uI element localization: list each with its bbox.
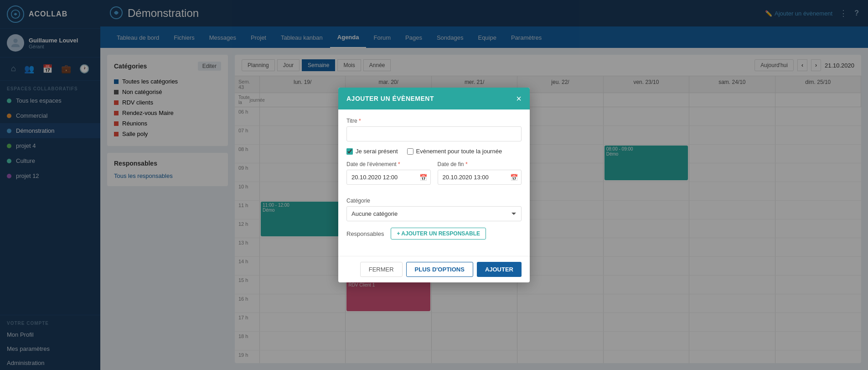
responsables-row: Responsables + AJOUTER UN RESPONSABLE bbox=[346, 228, 522, 240]
date-end-label: Date de fin * bbox=[438, 161, 522, 167]
modal-footer: FERMER PLUS D'OPTIONS AJOUTER bbox=[338, 256, 530, 282]
responsables-label: Responsables bbox=[346, 230, 384, 237]
modal-title: AJOUTER UN ÉVÈNEMENT bbox=[346, 95, 434, 102]
category-select[interactable]: Aucune catégorie bbox=[346, 206, 522, 221]
add-responsable-button[interactable]: + AJOUTER UN RESPONSABLE bbox=[391, 228, 486, 240]
date-end-input[interactable] bbox=[438, 170, 522, 185]
add-event-modal: AJOUTER UN ÉVÈNEMENT × Titre * Je serai … bbox=[338, 88, 530, 282]
title-input[interactable] bbox=[346, 126, 522, 141]
plus-options-button[interactable]: PLUS D'OPTIONS bbox=[406, 262, 473, 277]
date-start-input[interactable] bbox=[346, 170, 431, 185]
modal-header: AJOUTER UN ÉVÈNEMENT × bbox=[338, 88, 530, 109]
modal-body: Titre * Je serai présent Evènement pour … bbox=[338, 109, 530, 256]
date-end-group: Date de fin * 📅 bbox=[438, 161, 522, 185]
date-row: Date de l'évènement * 📅 Date de fin * bbox=[346, 161, 522, 191]
category-label: Catégorie bbox=[346, 198, 522, 204]
category-group: Catégorie Aucune catégorie bbox=[346, 198, 522, 221]
allday-checkbox-label[interactable]: Evènement pour toute la journée bbox=[407, 148, 502, 155]
date-end-wrap: 📅 bbox=[438, 170, 522, 185]
title-label: Titre * bbox=[346, 118, 522, 124]
title-field-group: Titre * bbox=[346, 118, 522, 141]
date-start-wrap: 📅 bbox=[346, 170, 431, 185]
date-start-label: Date de l'évènement * bbox=[346, 161, 431, 167]
present-checkbox[interactable] bbox=[346, 148, 353, 155]
ajouter-button[interactable]: AJOUTER bbox=[477, 262, 522, 277]
allday-checkbox[interactable] bbox=[407, 148, 413, 155]
modal-overlay[interactable]: AJOUTER UN ÉVÈNEMENT × Titre * Je serai … bbox=[0, 0, 868, 370]
present-checkbox-label[interactable]: Je serai présent bbox=[346, 148, 398, 155]
fermer-button[interactable]: FERMER bbox=[360, 262, 403, 277]
checkbox-row: Je serai présent Evènement pour toute la… bbox=[346, 148, 522, 155]
date-start-group: Date de l'évènement * 📅 bbox=[346, 161, 431, 185]
modal-close-button[interactable]: × bbox=[516, 94, 522, 103]
calendar-end-icon[interactable]: 📅 bbox=[510, 174, 518, 181]
calendar-start-icon[interactable]: 📅 bbox=[419, 174, 427, 181]
